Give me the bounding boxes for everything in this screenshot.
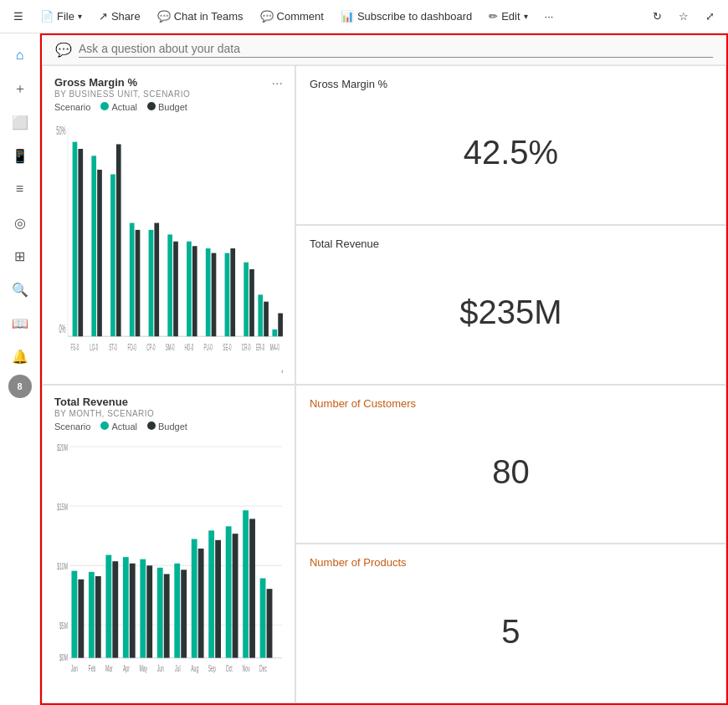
svg-rect-7 [97, 170, 102, 336]
num-products-kpi-card: Number of Products 5 [295, 544, 726, 703]
gross-margin-chart-card: Gross Margin % BY BUSINESS UNIT, SCENARI… [42, 65, 295, 385]
svg-text:Jun: Jun [157, 662, 164, 673]
num-customers-kpi-card: Number of Customers 80 [295, 385, 726, 544]
svg-rect-17 [192, 246, 197, 336]
chevron-icon: ▾ [78, 12, 82, 21]
svg-rect-64 [174, 563, 180, 657]
sidebar-add[interactable]: ＋ [5, 74, 35, 104]
sidebar-user-badge[interactable]: 8 [8, 375, 32, 398]
gm-chart-legend: Scenario Actual Budget [54, 102, 283, 112]
svg-rect-25 [264, 302, 269, 337]
sidebar-book[interactable]: 📖 [5, 308, 35, 338]
sidebar: ⌂ ＋ ⬜ 📱 ≡ ◎ ⊞ 🔍 📖 🔔 8 [0, 33, 40, 705]
svg-rect-9 [116, 144, 121, 336]
edit-chevron-icon: ▾ [524, 12, 528, 21]
svg-text:Jan: Jan [71, 662, 78, 673]
rev-chart-title: Total Revenue [54, 396, 154, 408]
star-icon: ☆ [679, 10, 689, 23]
ask-input[interactable] [79, 42, 713, 58]
svg-rect-16 [187, 242, 192, 336]
gross-margin-title: Gross Margin % [310, 78, 712, 90]
svg-rect-52 [71, 570, 77, 657]
sidebar-notifications[interactable]: 🔔 [5, 341, 35, 371]
edit-button[interactable]: ✏ Edit ▾ [482, 7, 534, 26]
svg-text:50%: 50% [56, 124, 66, 137]
svg-rect-10 [130, 223, 135, 337]
svg-rect-6 [91, 156, 96, 336]
svg-rect-15 [173, 242, 178, 336]
sidebar-list[interactable]: ≡ [5, 174, 35, 204]
comment-icon: 💬 [260, 10, 274, 23]
legend-actual-label: Actual [111, 102, 137, 112]
num-products-title: Number of Products [310, 556, 712, 569]
svg-rect-75 [267, 589, 273, 657]
svg-rect-74 [260, 578, 266, 657]
expand-button[interactable]: ⤢ [699, 7, 721, 26]
svg-text:Sep: Sep [208, 662, 216, 673]
svg-text:LO-0: LO-0 [90, 341, 98, 352]
svg-rect-59 [130, 563, 136, 657]
sidebar-goals[interactable]: ◎ [5, 207, 35, 238]
comment-button[interactable]: 💬 Comment [254, 7, 331, 26]
num-customers-value: 80 [310, 413, 712, 532]
num-customers-title: Number of Customers [310, 397, 712, 410]
toolbar: ☰ 📄 File ▾ ↗ Share 💬 Chat in Teams 💬 Com… [0, 0, 728, 33]
svg-rect-70 [226, 526, 232, 657]
subscribe-button[interactable]: 📊 Subscribe to dashboard [334, 7, 479, 26]
dashboard-grid: Gross Margin % 42.5% Gross Margin % BY B… [42, 65, 726, 703]
svg-text:Apr: Apr [123, 662, 130, 673]
sidebar-reports[interactable]: ⬜ [5, 107, 35, 137]
sidebar-home[interactable]: ⌂ [5, 40, 35, 70]
favorite-button[interactable]: ☆ [672, 7, 695, 26]
sidebar-apps[interactable]: 📱 [5, 140, 35, 171]
file-icon: 📄 [40, 10, 54, 23]
svg-rect-71 [233, 534, 238, 657]
svg-text:$15M: $15M [57, 501, 68, 512]
chat-in-teams-button[interactable]: 💬 Chat in Teams [151, 7, 250, 26]
ask-icon: 💬 [55, 42, 72, 58]
svg-text:Mar: Mar [105, 662, 113, 673]
legend-scenario-label: Scenario [54, 102, 90, 112]
svg-rect-19 [212, 253, 217, 337]
teams-icon: 💬 [157, 10, 171, 23]
expand-icon: ⤢ [705, 10, 715, 23]
svg-rect-55 [95, 575, 101, 657]
svg-text:Aug: Aug [191, 662, 198, 673]
svg-text:FO-0: FO-0 [128, 341, 137, 352]
svg-rect-67 [198, 548, 204, 657]
toolbar-right: ↻ ☆ ⤢ [646, 7, 721, 26]
svg-text:Dec: Dec [259, 662, 267, 673]
svg-rect-62 [157, 567, 163, 657]
more-options-button[interactable]: ··· [538, 7, 561, 26]
svg-rect-68 [208, 530, 214, 657]
total-revenue-title: Total Revenue [310, 238, 712, 250]
svg-rect-65 [181, 570, 187, 657]
svg-rect-11 [136, 230, 141, 336]
svg-rect-63 [164, 574, 170, 657]
share-button[interactable]: ↗ Share [92, 7, 147, 26]
svg-text:FS-0: FS-0 [71, 341, 79, 352]
refresh-button[interactable]: ↻ [646, 7, 669, 26]
svg-text:HO-0: HO-0 [184, 341, 193, 352]
gross-margin-value: 42.5% [310, 94, 712, 212]
svg-text:Feb: Feb [89, 662, 96, 673]
svg-rect-53 [78, 579, 84, 657]
svg-rect-57 [112, 561, 118, 657]
total-revenue-kpi-card: Total Revenue $235M [295, 225, 726, 385]
svg-rect-20 [225, 253, 230, 337]
rev-chart-subtitle: BY MONTH, SCENARIO [54, 409, 154, 418]
svg-rect-24 [258, 294, 263, 336]
more-icon: ··· [545, 10, 554, 23]
rev-chart-svg: $20M $15M $10M $5M $0M [54, 438, 283, 693]
sidebar-grid[interactable]: ⊞ [5, 241, 35, 271]
svg-text:CP-0: CP-0 [146, 341, 156, 352]
file-menu[interactable]: 📄 File ▾ [33, 7, 89, 26]
refresh-icon: ↻ [653, 10, 662, 23]
sidebar-explore[interactable]: 🔍 [5, 274, 35, 304]
svg-text:Jul: Jul [175, 662, 181, 673]
svg-text:$10M: $10M [57, 561, 68, 572]
svg-text:May: May [140, 662, 148, 673]
hamburger-menu[interactable]: ☰ [7, 7, 30, 26]
gm-more-button[interactable]: ··· [272, 76, 283, 91]
rev-chart-legend: Scenario Actual Budget [54, 421, 283, 432]
